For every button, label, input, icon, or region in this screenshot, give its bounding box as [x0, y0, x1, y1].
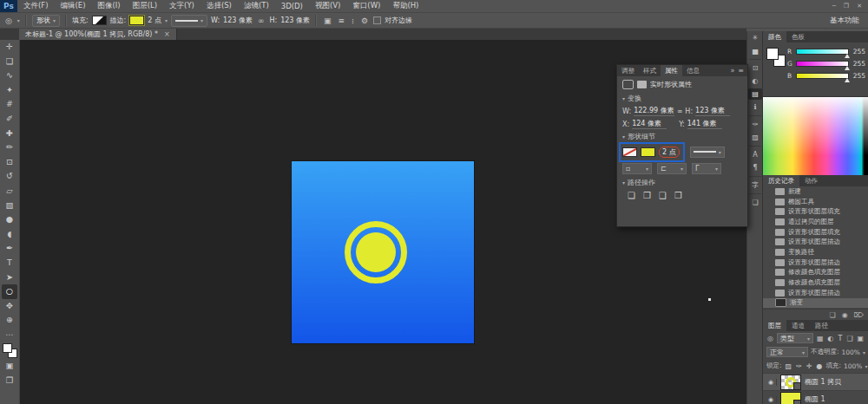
blue-slider[interactable] [796, 73, 849, 79]
filter-shape-icon[interactable]: ❑ [845, 335, 853, 342]
stroke-type-select[interactable]: ▾ [171, 15, 207, 27]
tab-styles[interactable]: 样式 [639, 65, 661, 76]
blend-mode-select[interactable]: 正常 ▾ [766, 347, 808, 357]
type-tool[interactable]: T [2, 256, 17, 270]
properties-icon[interactable]: ▤ [748, 88, 762, 100]
red-slider[interactable] [796, 49, 849, 55]
tab-properties[interactable]: 属性 [661, 65, 682, 76]
section-path-operations[interactable]: ▾ 路径操作 [617, 176, 747, 188]
color-spectrum-picker[interactable] [763, 96, 868, 175]
blue-value[interactable]: 255 [852, 72, 865, 80]
eye-visibility-icon[interactable]: ◉ [766, 379, 777, 386]
history-state[interactable]: 修改颜色填充图层 [763, 268, 868, 278]
tab-channels[interactable]: 通道 [786, 320, 810, 331]
tool-presets-icon[interactable]: ▨ [748, 132, 762, 143]
stroke-width-field[interactable]: 2 点 [659, 147, 680, 158]
paragraph-panel-icon[interactable]: ¶ [748, 162, 762, 173]
tab-history[interactable]: 历史记录 [763, 175, 799, 186]
layer-name[interactable]: 椭圆 1 拷贝 [805, 377, 841, 387]
x-field[interactable]: 124 像素 [632, 119, 667, 129]
brush-tool[interactable]: ✏ [2, 140, 17, 155]
tool-mode-select[interactable]: 形状 ▾ [32, 15, 60, 27]
minimize-icon[interactable]: ─ [832, 3, 836, 10]
tab-swatches[interactable]: 色板 [786, 31, 810, 42]
height-value[interactable]: 123 像素 [280, 16, 310, 25]
slider-thumb-icon[interactable] [845, 78, 850, 82]
crop-tool[interactable]: # [2, 97, 17, 112]
panel-menu-icon[interactable]: ≡ [738, 67, 744, 75]
quick-select-tool[interactable]: ✦ [2, 83, 17, 98]
intersect-shape-icon[interactable]: ❑ [659, 191, 667, 200]
history-state[interactable]: 修改颜色填充图层 [763, 277, 868, 288]
opacity-value[interactable]: 100% [842, 349, 860, 356]
filter-type-icon[interactable]: T [838, 335, 844, 342]
layer-name[interactable]: 椭圆 1 [805, 394, 825, 404]
glyphs-panel-icon[interactable]: 字 [748, 179, 762, 191]
exclude-shape-icon[interactable]: ❒ [674, 191, 682, 200]
layer-thumbnail[interactable] [780, 392, 801, 404]
gear-icon[interactable]: ⚙ [359, 16, 370, 25]
filter-smart-object-icon[interactable]: ▣ [857, 335, 865, 342]
menu-file[interactable]: 文件(F) [17, 1, 55, 11]
stroke-width-caret-icon[interactable]: ▾ [165, 17, 168, 23]
tab-info[interactable]: 信息 [682, 65, 704, 76]
dodge-tool[interactable]: ◖ [2, 227, 17, 242]
tab-color[interactable]: 颜色 [763, 31, 786, 42]
stroke-caps-select[interactable]: ⊏ ▾ [657, 163, 687, 174]
tab-adjustments[interactable]: 调整 [617, 65, 639, 76]
menu-layer[interactable]: 图层(L) [127, 1, 163, 11]
link-dimensions-icon[interactable]: ∞ [256, 16, 266, 25]
lock-transparency-icon[interactable]: ▨ [785, 362, 793, 370]
camera-snapshot-icon[interactable]: ◉ [842, 311, 848, 319]
history-state[interactable]: 设置形状图层填充 [763, 227, 868, 238]
clone-stamp-tool[interactable]: ⊡ [2, 155, 17, 170]
tab-layers[interactable]: 图层 [763, 320, 786, 331]
hand-tool[interactable]: ✥ [2, 299, 17, 314]
section-transform[interactable]: ▾ 变换 [617, 92, 747, 104]
width-value[interactable]: 123 像素 [223, 16, 253, 25]
masks-icon[interactable]: ◐ [748, 75, 762, 87]
filter-pixel-icon[interactable]: ▦ [816, 335, 825, 342]
restore-icon[interactable]: ❐ [844, 3, 849, 10]
new-document-icon[interactable]: ❏ [830, 311, 836, 319]
chevron-down-icon[interactable]: ▾ [863, 349, 865, 355]
gradient-tool[interactable]: ▧ [2, 199, 17, 213]
subtract-shape-icon[interactable]: ❐ [643, 191, 651, 200]
workspace-switcher[interactable]: 基本功能 [830, 16, 868, 26]
history-state[interactable]: 设置形状图层描边 [763, 257, 868, 268]
character-panel-icon[interactable]: A [748, 149, 762, 160]
pen-tool[interactable]: ✒ [2, 241, 17, 256]
brush-settings-icon[interactable]: ✑ [748, 119, 762, 130]
menu-image[interactable]: 图像(I) [92, 1, 127, 11]
history-state[interactable]: 通过拷贝的图层 [763, 217, 868, 227]
search-icon[interactable]: ◎ [766, 335, 774, 342]
w-field[interactable]: 122.99 像素 [634, 106, 674, 116]
lasso-tool[interactable]: ∿ [2, 68, 17, 83]
menu-window[interactable]: 窗口(W) [346, 1, 386, 11]
path-select-tool[interactable]: ➤ [2, 270, 17, 285]
slider-thumb-icon[interactable] [845, 66, 850, 70]
menu-3d[interactable]: 3D(D) [275, 2, 309, 10]
menu-type[interactable]: 文字(Y) [163, 1, 201, 11]
ellipse-fill-shape[interactable] [356, 232, 396, 272]
history-state[interactable]: 设置形状图层填充 [763, 206, 868, 217]
lock-all-icon[interactable]: ● [816, 362, 824, 370]
lock-paint-icon[interactable]: ✑ [795, 362, 803, 370]
tool-preset-icon[interactable]: ◎ [3, 16, 14, 25]
filter-type-select[interactable]: 类型 ▾ [777, 333, 813, 343]
menu-edit[interactable]: 编辑(E) [55, 1, 92, 11]
foreground-background-swatches[interactable] [3, 343, 17, 358]
y-field[interactable]: 141 像素 [687, 119, 722, 129]
marquee-tool[interactable]: ❏ [2, 55, 17, 69]
history-state[interactable]: 变换路径 [763, 247, 868, 257]
eye-visibility-icon[interactable]: ◉ [766, 396, 777, 403]
stroke-corners-select[interactable]: Γ ▾ [692, 163, 721, 174]
collapse-panel-icon[interactable]: » [730, 67, 734, 75]
stroke-type-select[interactable]: ▾ [690, 147, 725, 158]
menu-filter[interactable]: 滤镜(T) [238, 1, 275, 11]
history-state[interactable]: 新建 [763, 186, 868, 197]
chevron-down-icon[interactable]: ▾ [865, 363, 867, 369]
move-tool[interactable]: ✛ [2, 40, 17, 55]
align-edges-checkbox[interactable] [373, 16, 381, 24]
history-brush-tool[interactable]: ↺ [2, 169, 17, 184]
